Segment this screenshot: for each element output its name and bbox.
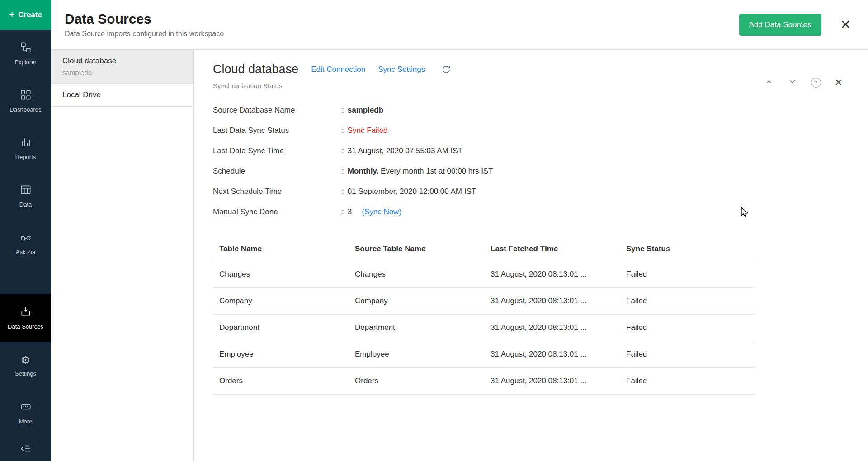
collapse-sidebar-icon xyxy=(20,443,32,456)
table-cell: 31 August, 2020 08:13:01 ... xyxy=(484,368,620,395)
table-cell: 31 August, 2020 08:13:01 ... xyxy=(484,288,620,315)
edit-connection-link[interactable]: Edit Connection xyxy=(311,65,365,74)
sidebar-item-label: More xyxy=(19,418,33,425)
sync-failed-status: Sync Failed xyxy=(348,126,388,135)
sidebar-item-reports[interactable]: Reports xyxy=(0,125,51,172)
table-header-row: Table Name Source Table Name Last Fetche… xyxy=(213,237,755,261)
field-row: Source Database Name : sampledb xyxy=(213,100,843,120)
sidebar-item-dashboards[interactable]: Dashboards xyxy=(0,77,51,125)
data-sources-icon xyxy=(20,306,32,319)
table-cell: Employee xyxy=(349,341,484,368)
sync-settings-link[interactable]: Sync Settings xyxy=(378,65,425,74)
sidebar-item-settings[interactable]: ⚙ Settings xyxy=(0,342,51,389)
colon: : xyxy=(342,167,344,176)
field-value: : Sync Failed xyxy=(342,126,388,135)
table-row: Employee Employee 31 August, 2020 08:13:… xyxy=(213,341,755,368)
page-header: Data Sources Data Source imports configu… xyxy=(51,0,868,50)
table-cell: Changes xyxy=(349,261,484,288)
reports-icon xyxy=(20,136,32,150)
table-row: Department Department 31 August, 2020 08… xyxy=(213,315,755,341)
sync-now-link[interactable]: (Sync Now) xyxy=(362,207,401,216)
column-header: Table Name xyxy=(213,237,349,261)
field-value: : 3 (Sync Now) xyxy=(342,207,401,216)
field-row: Manual Sync Done : 3 (Sync Now) xyxy=(213,202,843,222)
more-ellipsis-icon xyxy=(20,401,32,414)
column-header: Last Fetched TIme xyxy=(484,237,620,261)
source-item-name: Cloud database xyxy=(62,56,182,66)
sidebar-item-ask-zia[interactable]: Ask Zia xyxy=(0,220,51,267)
gear-icon: ⚙ xyxy=(21,354,31,366)
sidebar-item-label: Data Sources xyxy=(8,323,43,330)
help-icon[interactable]: ? xyxy=(811,78,821,88)
sidebar: + Create Explorer Dashboards Reports Dat… xyxy=(0,0,51,461)
column-header: Sync Status xyxy=(620,237,755,261)
manual-sync-count: 3 xyxy=(348,207,352,216)
sidebar-item-data[interactable]: Data xyxy=(0,172,51,220)
dashboards-icon xyxy=(20,89,32,102)
sidebar-spacer xyxy=(0,267,51,294)
create-button-label: Create xyxy=(18,10,42,19)
table-cell: 31 August, 2020 08:13:01 ... xyxy=(484,341,620,368)
table-cell: Failed xyxy=(620,261,755,288)
add-data-sources-button[interactable]: Add Data Sources xyxy=(739,14,821,36)
table-cell: 31 August, 2020 08:13:01 ... xyxy=(484,261,620,288)
table-cell: Department xyxy=(213,315,349,341)
field-label: Source Database Name xyxy=(213,106,342,115)
divider xyxy=(213,96,843,96)
field-label: Manual Sync Done xyxy=(213,207,342,216)
source-item-local-drive[interactable]: Local Drive xyxy=(51,84,193,107)
schedule-detail: Every month 1st at 00:00 hrs IST xyxy=(378,167,493,175)
table-row: Orders Orders 31 August, 2020 08:13:01 .… xyxy=(213,368,755,395)
detail-pane: Cloud database Edit Connection Sync Sett… xyxy=(194,50,868,461)
table-cell: Failed xyxy=(620,288,755,315)
collapse-sidebar-button[interactable] xyxy=(0,437,51,461)
sidebar-item-label: Dashboards xyxy=(9,106,41,113)
field-value: : 01 September, 2020 12:00:00 AM IST xyxy=(342,187,476,196)
table-cell: Changes xyxy=(213,261,349,288)
sidebar-item-more[interactable]: More xyxy=(0,389,51,437)
sidebar-item-label: Data xyxy=(19,201,32,208)
table-cell: Failed xyxy=(620,315,755,341)
page-subtitle: Data Source imports configured in this w… xyxy=(65,30,224,38)
plus-icon: + xyxy=(9,10,15,20)
chevron-up-icon[interactable] xyxy=(764,77,774,89)
sidebar-item-label: Reports xyxy=(15,154,36,160)
table-cell: Employee xyxy=(213,341,349,368)
source-item-cloud-database[interactable]: Cloud database sampledb xyxy=(51,50,193,84)
ask-zia-glasses-icon xyxy=(20,231,32,245)
create-button[interactable]: + Create xyxy=(0,0,51,30)
schedule-frequency: Monthly. xyxy=(348,167,379,175)
field-label: Next Schedule Time xyxy=(213,187,342,196)
detail-close-icon[interactable]: ✕ xyxy=(835,78,843,88)
table-cell: Department xyxy=(349,315,484,341)
field-value: : Monthly. Every month 1st at 00:00 hrs … xyxy=(342,167,493,176)
colon: : xyxy=(342,187,344,196)
colon: : xyxy=(342,126,344,135)
section-label: Synchronization Status xyxy=(213,82,451,89)
close-icon[interactable]: ✕ xyxy=(840,19,851,31)
sidebar-item-label: Explorer xyxy=(14,59,36,66)
main-area: Data Sources Data Source imports configu… xyxy=(51,0,868,461)
sidebar-item-explorer[interactable]: Explorer xyxy=(0,30,51,77)
sidebar-item-data-sources[interactable]: Data Sources xyxy=(0,294,51,342)
table-cell: Orders xyxy=(349,368,484,395)
table-cell: Failed xyxy=(620,341,755,368)
data-table-icon xyxy=(20,184,32,197)
colon: : xyxy=(342,146,344,155)
table-cell: Company xyxy=(213,288,349,315)
table-cell: 31 August, 2020 08:13:01 ... xyxy=(484,315,620,341)
last-sync-time-value: 31 August, 2020 07:55:03 AM IST xyxy=(348,146,462,155)
sync-status-fields: Source Database Name : sampledb Last Dat… xyxy=(213,100,843,222)
chevron-down-icon[interactable] xyxy=(788,77,797,89)
table-cell: Failed xyxy=(620,368,755,395)
source-item-subtitle: sampledb xyxy=(62,69,182,76)
detail-title: Cloud database xyxy=(213,62,298,76)
field-value: : sampledb xyxy=(342,106,383,115)
source-item-name: Local Drive xyxy=(62,90,182,99)
refresh-icon[interactable] xyxy=(441,65,451,75)
sidebar-item-label: Ask Zia xyxy=(16,249,35,255)
field-row: Schedule : Monthly. Every month 1st at 0… xyxy=(213,161,843,181)
page-title: Data Sources xyxy=(65,11,224,27)
field-label: Last Data Sync Status xyxy=(213,126,342,135)
field-row: Last Data Sync Time : 31 August, 2020 07… xyxy=(213,141,843,161)
